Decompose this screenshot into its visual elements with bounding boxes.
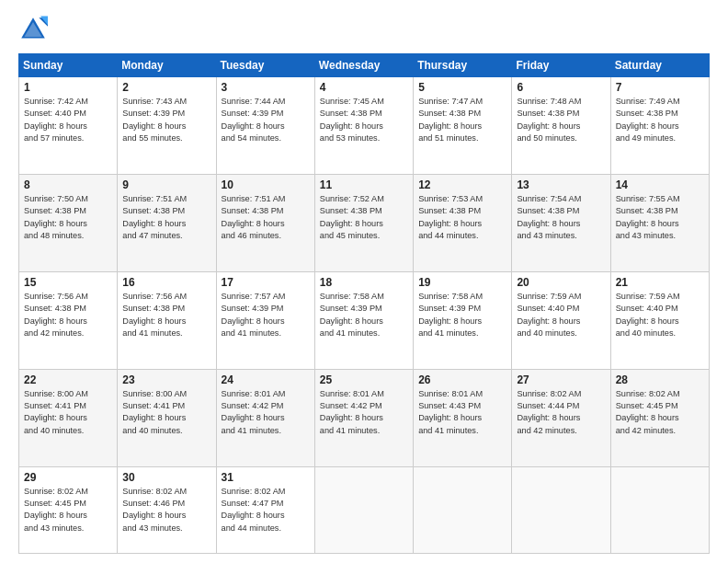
day-cell: 20Sunrise: 7:59 AMSunset: 4:40 PMDayligh… xyxy=(512,271,610,369)
day-number: 4 xyxy=(320,81,408,94)
day-cell: 13Sunrise: 7:54 AMSunset: 4:38 PMDayligh… xyxy=(512,174,610,271)
day-cell: 22Sunrise: 8:00 AMSunset: 4:41 PMDayligh… xyxy=(19,369,118,466)
day-cell: 7Sunrise: 7:49 AMSunset: 4:38 PMDaylight… xyxy=(610,77,709,175)
day-info: Sunrise: 7:55 AMSunset: 4:38 PMDaylight:… xyxy=(616,193,704,242)
day-cell: 24Sunrise: 8:01 AMSunset: 4:42 PMDayligh… xyxy=(216,369,314,466)
day-cell xyxy=(314,466,413,553)
week-row-1: 1Sunrise: 7:42 AMSunset: 4:40 PMDaylight… xyxy=(19,77,710,175)
week-row-4: 22Sunrise: 8:00 AMSunset: 4:41 PMDayligh… xyxy=(19,369,710,466)
day-info: Sunrise: 7:58 AMSunset: 4:39 PMDaylight:… xyxy=(418,291,506,339)
day-info: Sunrise: 7:44 AMSunset: 4:39 PMDaylight:… xyxy=(222,96,310,144)
day-cell xyxy=(512,466,610,553)
day-number: 12 xyxy=(418,178,506,191)
day-info: Sunrise: 7:45 AMSunset: 4:38 PMDaylight:… xyxy=(320,96,408,144)
day-number: 8 xyxy=(24,178,112,191)
day-cell: 29Sunrise: 8:02 AMSunset: 4:45 PMDayligh… xyxy=(19,466,118,553)
day-cell: 2Sunrise: 7:43 AMSunset: 4:39 PMDaylight… xyxy=(118,77,216,175)
day-cell: 9Sunrise: 7:51 AMSunset: 4:38 PMDaylight… xyxy=(118,174,216,271)
day-info: Sunrise: 8:01 AMSunset: 4:42 PMDaylight:… xyxy=(320,388,408,437)
day-info: Sunrise: 7:52 AMSunset: 4:38 PMDaylight:… xyxy=(320,193,408,242)
weekday-header-monday: Monday xyxy=(118,54,216,77)
day-cell: 25Sunrise: 8:01 AMSunset: 4:42 PMDayligh… xyxy=(314,369,413,466)
weekday-header-sunday: Sunday xyxy=(19,54,118,77)
day-cell: 17Sunrise: 7:57 AMSunset: 4:39 PMDayligh… xyxy=(216,271,314,369)
day-info: Sunrise: 7:56 AMSunset: 4:38 PMDaylight:… xyxy=(24,291,112,339)
day-number: 23 xyxy=(122,373,210,386)
day-cell: 16Sunrise: 7:56 AMSunset: 4:38 PMDayligh… xyxy=(118,271,216,369)
week-row-5: 29Sunrise: 8:02 AMSunset: 4:45 PMDayligh… xyxy=(19,466,710,553)
day-cell: 6Sunrise: 7:48 AMSunset: 4:38 PMDaylight… xyxy=(512,77,610,175)
day-number: 16 xyxy=(122,276,210,289)
day-number: 3 xyxy=(222,81,310,94)
day-info: Sunrise: 7:50 AMSunset: 4:38 PMDaylight:… xyxy=(24,193,112,242)
weekday-header-thursday: Thursday xyxy=(414,54,512,77)
day-info: Sunrise: 8:02 AMSunset: 4:45 PMDaylight:… xyxy=(24,486,112,534)
day-info: Sunrise: 7:47 AMSunset: 4:38 PMDaylight:… xyxy=(418,96,506,144)
day-info: Sunrise: 8:02 AMSunset: 4:44 PMDaylight:… xyxy=(517,388,605,437)
day-number: 6 xyxy=(517,81,605,94)
day-info: Sunrise: 7:53 AMSunset: 4:38 PMDaylight:… xyxy=(418,193,506,242)
day-cell xyxy=(414,466,512,553)
day-info: Sunrise: 8:01 AMSunset: 4:42 PMDaylight:… xyxy=(222,388,310,437)
weekday-header-wednesday: Wednesday xyxy=(314,54,413,77)
day-cell: 14Sunrise: 7:55 AMSunset: 4:38 PMDayligh… xyxy=(610,174,709,271)
day-cell: 8Sunrise: 7:50 AMSunset: 4:38 PMDaylight… xyxy=(19,174,118,271)
day-info: Sunrise: 8:02 AMSunset: 4:46 PMDaylight:… xyxy=(122,486,210,534)
day-info: Sunrise: 7:51 AMSunset: 4:38 PMDaylight:… xyxy=(122,193,210,242)
day-info: Sunrise: 7:57 AMSunset: 4:39 PMDaylight:… xyxy=(222,291,310,339)
day-number: 26 xyxy=(418,373,506,386)
weekday-header-tuesday: Tuesday xyxy=(216,54,314,77)
day-cell: 18Sunrise: 7:58 AMSunset: 4:39 PMDayligh… xyxy=(314,271,413,369)
day-info: Sunrise: 8:02 AMSunset: 4:47 PMDaylight:… xyxy=(222,486,310,534)
week-row-2: 8Sunrise: 7:50 AMSunset: 4:38 PMDaylight… xyxy=(19,174,710,271)
day-cell: 27Sunrise: 8:02 AMSunset: 4:44 PMDayligh… xyxy=(512,369,610,466)
logo-icon xyxy=(18,15,48,44)
weekday-header-friday: Friday xyxy=(512,54,610,77)
day-info: Sunrise: 7:54 AMSunset: 4:38 PMDaylight:… xyxy=(517,193,605,242)
day-cell: 31Sunrise: 8:02 AMSunset: 4:47 PMDayligh… xyxy=(216,466,314,553)
day-number: 30 xyxy=(122,471,210,484)
day-number: 11 xyxy=(320,178,408,191)
day-number: 29 xyxy=(24,471,112,484)
day-cell: 5Sunrise: 7:47 AMSunset: 4:38 PMDaylight… xyxy=(414,77,512,175)
day-number: 7 xyxy=(616,81,704,94)
day-cell: 28Sunrise: 8:02 AMSunset: 4:45 PMDayligh… xyxy=(610,369,709,466)
day-cell: 12Sunrise: 7:53 AMSunset: 4:38 PMDayligh… xyxy=(414,174,512,271)
day-number: 21 xyxy=(616,276,704,289)
day-number: 27 xyxy=(517,373,605,386)
day-number: 17 xyxy=(222,276,310,289)
day-number: 19 xyxy=(418,276,506,289)
day-number: 9 xyxy=(122,178,210,191)
day-number: 15 xyxy=(24,276,112,289)
day-cell: 26Sunrise: 8:01 AMSunset: 4:43 PMDayligh… xyxy=(414,369,512,466)
day-cell: 3Sunrise: 7:44 AMSunset: 4:39 PMDaylight… xyxy=(216,77,314,175)
day-number: 24 xyxy=(222,373,310,386)
day-info: Sunrise: 7:59 AMSunset: 4:40 PMDaylight:… xyxy=(517,291,605,339)
day-info: Sunrise: 8:00 AMSunset: 4:41 PMDaylight:… xyxy=(122,388,210,437)
day-cell: 1Sunrise: 7:42 AMSunset: 4:40 PMDaylight… xyxy=(19,77,118,175)
day-number: 14 xyxy=(616,178,704,191)
day-number: 13 xyxy=(517,178,605,191)
day-cell: 21Sunrise: 7:59 AMSunset: 4:40 PMDayligh… xyxy=(610,271,709,369)
day-info: Sunrise: 8:01 AMSunset: 4:43 PMDaylight:… xyxy=(418,388,506,437)
day-info: Sunrise: 7:43 AMSunset: 4:39 PMDaylight:… xyxy=(122,96,210,144)
day-info: Sunrise: 7:49 AMSunset: 4:38 PMDaylight:… xyxy=(616,96,704,144)
day-info: Sunrise: 7:56 AMSunset: 4:38 PMDaylight:… xyxy=(122,291,210,339)
day-info: Sunrise: 8:02 AMSunset: 4:45 PMDaylight:… xyxy=(616,388,704,437)
day-info: Sunrise: 8:00 AMSunset: 4:41 PMDaylight:… xyxy=(24,388,112,437)
day-number: 1 xyxy=(24,81,112,94)
weekday-header-saturday: Saturday xyxy=(610,54,709,77)
header xyxy=(18,15,710,44)
day-cell: 30Sunrise: 8:02 AMSunset: 4:46 PMDayligh… xyxy=(118,466,216,553)
weekday-header-row: SundayMondayTuesdayWednesdayThursdayFrid… xyxy=(19,54,710,77)
calendar-table: SundayMondayTuesdayWednesdayThursdayFrid… xyxy=(18,53,710,554)
day-cell: 10Sunrise: 7:51 AMSunset: 4:38 PMDayligh… xyxy=(216,174,314,271)
day-cell: 15Sunrise: 7:56 AMSunset: 4:38 PMDayligh… xyxy=(19,271,118,369)
day-number: 5 xyxy=(418,81,506,94)
day-number: 20 xyxy=(517,276,605,289)
day-info: Sunrise: 7:51 AMSunset: 4:38 PMDaylight:… xyxy=(222,193,310,242)
day-number: 22 xyxy=(24,373,112,386)
day-number: 25 xyxy=(320,373,408,386)
day-number: 31 xyxy=(222,471,310,484)
day-cell xyxy=(610,466,709,553)
